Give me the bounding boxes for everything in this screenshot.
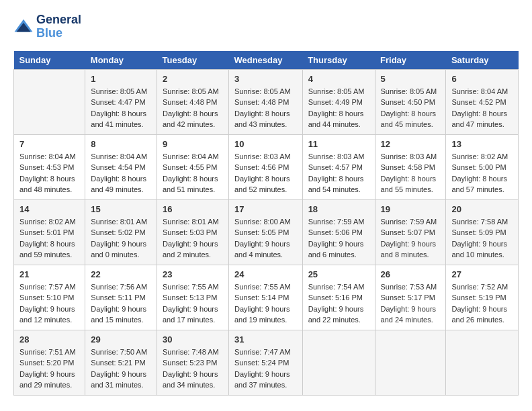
sunset: Sunset: 5:09 PM	[451, 227, 513, 238]
header-wednesday: Wednesday	[228, 51, 302, 70]
cell-content: Sunrise: 7:50 AM Sunset: 5:21 PM Dayligh…	[91, 347, 151, 391]
daylight: Daylight: 9 hours and 8 minutes.	[381, 238, 441, 261]
daylight: Daylight: 9 hours and 31 minutes.	[91, 369, 151, 391]
sunset: Sunset: 4:50 PM	[381, 97, 441, 108]
calendar-cell	[14, 69, 85, 134]
day-number: 18	[308, 204, 369, 214]
sunset: Sunset: 5:20 PM	[19, 357, 79, 369]
header-saturday: Saturday	[446, 51, 519, 70]
calendar-cell	[375, 330, 446, 395]
sunset: Sunset: 4:48 PM	[163, 97, 223, 108]
daylight: Daylight: 8 hours and 44 minutes.	[308, 108, 369, 130]
sunrise: Sunrise: 7:59 AM	[308, 216, 369, 228]
day-number: 21	[19, 269, 79, 279]
day-number: 17	[234, 204, 297, 214]
cell-content: Sunrise: 8:02 AM Sunset: 5:00 PM Dayligh…	[451, 151, 513, 195]
daylight: Daylight: 9 hours and 19 minutes.	[234, 304, 297, 326]
calendar-table: SundayMondayTuesdayWednesdayThursdayFrid…	[13, 51, 519, 396]
sunset: Sunset: 5:13 PM	[163, 292, 223, 304]
sunrise: Sunrise: 8:05 AM	[308, 86, 369, 97]
sunset: Sunset: 5:02 PM	[91, 227, 151, 238]
sunset: Sunset: 5:14 PM	[234, 292, 297, 304]
cell-content: Sunrise: 8:05 AM Sunset: 4:50 PM Dayligh…	[381, 86, 441, 130]
calendar-cell: 16 Sunrise: 8:01 AM Sunset: 5:03 PM Dayl…	[157, 199, 228, 265]
daylight: Daylight: 8 hours and 41 minutes.	[91, 108, 151, 130]
cell-content: Sunrise: 7:58 AM Sunset: 5:09 PM Dayligh…	[451, 216, 513, 261]
sunrise: Sunrise: 8:01 AM	[163, 216, 223, 228]
cell-content: Sunrise: 8:03 AM Sunset: 4:56 PM Dayligh…	[234, 151, 297, 195]
sunset: Sunset: 5:17 PM	[381, 292, 441, 304]
sunset: Sunset: 4:57 PM	[308, 162, 369, 173]
sunrise: Sunrise: 8:05 AM	[91, 86, 151, 97]
daylight: Daylight: 9 hours and 37 minutes.	[234, 369, 297, 391]
cell-content: Sunrise: 7:57 AM Sunset: 5:10 PM Dayligh…	[19, 281, 79, 326]
day-number: 12	[381, 139, 441, 149]
cell-content: Sunrise: 8:05 AM Sunset: 4:48 PM Dayligh…	[163, 86, 223, 130]
cell-content: Sunrise: 7:55 AM Sunset: 5:13 PM Dayligh…	[163, 281, 223, 326]
sunset: Sunset: 5:16 PM	[308, 292, 369, 304]
calendar-cell: 19 Sunrise: 7:59 AM Sunset: 5:07 PM Dayl…	[375, 199, 446, 265]
sunset: Sunset: 5:03 PM	[163, 227, 223, 238]
cell-content: Sunrise: 8:01 AM Sunset: 5:03 PM Dayligh…	[163, 216, 223, 261]
day-number: 2	[163, 74, 223, 84]
sunset: Sunset: 5:00 PM	[451, 162, 513, 173]
sunset: Sunset: 4:54 PM	[91, 162, 151, 173]
daylight: Daylight: 9 hours and 22 minutes.	[308, 304, 369, 326]
calendar-cell: 20 Sunrise: 7:58 AM Sunset: 5:09 PM Dayl…	[446, 199, 519, 265]
calendar-cell: 10 Sunrise: 8:03 AM Sunset: 4:56 PM Dayl…	[228, 134, 302, 199]
sunset: Sunset: 4:49 PM	[308, 97, 369, 108]
day-number: 11	[308, 139, 369, 149]
header-friday: Friday	[375, 51, 446, 70]
day-number: 10	[234, 139, 297, 149]
sunset: Sunset: 4:52 PM	[451, 97, 513, 108]
calendar-cell: 13 Sunrise: 8:02 AM Sunset: 5:00 PM Dayl…	[446, 134, 519, 199]
calendar-week-row: 7 Sunrise: 8:04 AM Sunset: 4:53 PM Dayli…	[14, 134, 519, 199]
calendar-week-row: 1 Sunrise: 8:05 AM Sunset: 4:47 PM Dayli…	[14, 69, 519, 134]
cell-content: Sunrise: 7:54 AM Sunset: 5:16 PM Dayligh…	[308, 281, 369, 326]
calendar-cell: 25 Sunrise: 7:54 AM Sunset: 5:16 PM Dayl…	[302, 265, 375, 330]
sunrise: Sunrise: 7:51 AM	[19, 347, 79, 358]
header-monday: Monday	[85, 51, 157, 70]
daylight: Daylight: 8 hours and 43 minutes.	[234, 108, 297, 130]
daylight: Daylight: 9 hours and 12 minutes.	[19, 304, 79, 326]
sunset: Sunset: 5:23 PM	[163, 357, 223, 369]
cell-content: Sunrise: 7:59 AM Sunset: 5:06 PM Dayligh…	[308, 216, 369, 261]
cell-content: Sunrise: 8:00 AM Sunset: 5:05 PM Dayligh…	[234, 216, 297, 261]
day-number: 20	[451, 204, 513, 214]
calendar-cell: 23 Sunrise: 7:55 AM Sunset: 5:13 PM Dayl…	[157, 265, 228, 330]
calendar-cell: 27 Sunrise: 7:52 AM Sunset: 5:19 PM Dayl…	[446, 265, 519, 330]
calendar-cell	[302, 330, 375, 395]
cell-content: Sunrise: 7:51 AM Sunset: 5:20 PM Dayligh…	[19, 347, 79, 391]
day-number: 4	[308, 74, 369, 84]
sunrise: Sunrise: 8:04 AM	[451, 86, 513, 97]
sunrise: Sunrise: 7:58 AM	[451, 216, 513, 228]
day-number: 1	[91, 74, 151, 84]
day-number: 30	[163, 334, 223, 345]
daylight: Daylight: 8 hours and 59 minutes.	[19, 238, 79, 261]
sunrise: Sunrise: 8:00 AM	[234, 216, 297, 228]
day-number: 25	[308, 269, 369, 279]
header-tuesday: Tuesday	[157, 51, 228, 70]
sunrise: Sunrise: 8:03 AM	[381, 151, 441, 163]
daylight: Daylight: 9 hours and 17 minutes.	[163, 304, 223, 326]
sunrise: Sunrise: 7:47 AM	[234, 347, 297, 358]
calendar-cell: 26 Sunrise: 7:53 AM Sunset: 5:17 PM Dayl…	[375, 265, 446, 330]
day-number: 31	[234, 334, 297, 345]
calendar-week-row: 14 Sunrise: 8:02 AM Sunset: 5:01 PM Dayl…	[14, 199, 519, 265]
sunrise: Sunrise: 8:04 AM	[19, 151, 79, 163]
sunrise: Sunrise: 7:59 AM	[381, 216, 441, 228]
logo-icon	[13, 17, 34, 37]
sunset: Sunset: 5:10 PM	[19, 292, 79, 304]
sunset: Sunset: 4:55 PM	[163, 162, 223, 173]
cell-content: Sunrise: 8:03 AM Sunset: 4:57 PM Dayligh…	[308, 151, 369, 195]
sunrise: Sunrise: 8:04 AM	[91, 151, 151, 163]
calendar-cell: 7 Sunrise: 8:04 AM Sunset: 4:53 PM Dayli…	[14, 134, 85, 199]
sunrise: Sunrise: 7:57 AM	[19, 281, 79, 293]
day-number: 16	[163, 204, 223, 214]
cell-content: Sunrise: 8:03 AM Sunset: 4:58 PM Dayligh…	[381, 151, 441, 195]
sunset: Sunset: 4:48 PM	[234, 97, 297, 108]
calendar-cell: 30 Sunrise: 7:48 AM Sunset: 5:23 PM Dayl…	[157, 330, 228, 395]
calendar-cell: 9 Sunrise: 8:04 AM Sunset: 4:55 PM Dayli…	[157, 134, 228, 199]
sunrise: Sunrise: 8:05 AM	[234, 86, 297, 97]
day-number: 26	[381, 269, 441, 279]
